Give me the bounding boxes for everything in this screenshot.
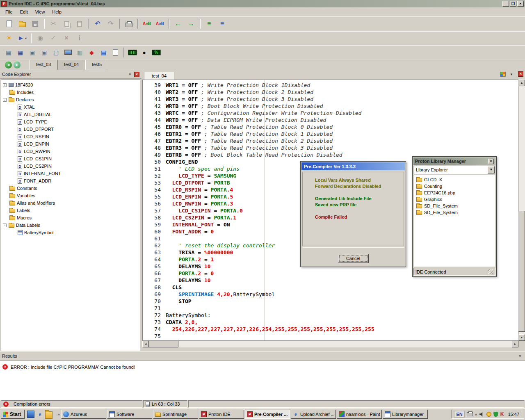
quick-launch-overflow-icon[interactable]: » — [57, 412, 61, 417]
cancel-button[interactable]: Cancel — [338, 254, 369, 263]
tray-collapse-icon[interactable]: « — [475, 412, 477, 417]
unindent-block-button[interactable]: ← — [172, 18, 184, 30]
tree-item-lcd-dtport[interactable]: DLCD_DTPORT — [1, 126, 140, 133]
show-desktop-icon[interactable] — [27, 411, 34, 418]
taskbar-button-proton-ide[interactable]: Proton IDE — [199, 410, 244, 419]
tree-item-variables[interactable]: Variables — [1, 192, 140, 199]
taskbar-button-azureus[interactable]: Azureus — [61, 410, 106, 419]
tree-item-alias-and-modifiers[interactable]: Alias and Modifiers — [1, 199, 140, 207]
menu-view[interactable]: View — [32, 8, 49, 16]
error-row[interactable]: ERROR : Include file C:\PIC PROGRAMMA' C… — [0, 361, 525, 373]
minimize-button[interactable]: _ — [502, 1, 509, 7]
back-button[interactable]: ◄ — [5, 62, 12, 68]
tree-item-lcd-enpin[interactable]: DLCD_ENPIN — [1, 140, 140, 148]
library-manager-titlebar[interactable]: Proton Library Manager × — [413, 158, 495, 165]
spider-button[interactable]: ● — [139, 47, 150, 57]
tree-item-constants[interactable]: Constants — [1, 185, 140, 192]
tree-item-labels[interactable]: Labels — [1, 207, 140, 214]
taskbar-button-naamloos-paint[interactable]: naamloos - Paint — [337, 410, 382, 419]
library-manager-close-icon[interactable]: × — [488, 159, 494, 164]
library-item-graphics[interactable]: Graphics — [414, 196, 495, 203]
library-item-sd-file-system[interactable]: SD_File_System — [414, 203, 495, 209]
tree-item-lcd-rwpin[interactable]: DLCD_RWPIN — [1, 148, 140, 155]
plugin-manager-button[interactable]: ▥ — [74, 47, 85, 57]
tree-item-declares[interactable]: -Declares — [1, 96, 140, 103]
start-button[interactable]: Start — [1, 410, 25, 419]
window-list-button[interactable]: ▣ — [27, 47, 38, 57]
library-item-sd-file-system[interactable]: SD_File_System — [414, 209, 495, 216]
antivirus-icon[interactable]: K — [500, 412, 504, 417]
scroll-left-icon[interactable]: ◄ — [142, 341, 149, 347]
ascii-table-button[interactable]: ▦ — [15, 47, 26, 57]
tree-item-internal-font[interactable]: DINTERNAL_FONT — [1, 170, 140, 177]
explorer-menu-chevron-icon[interactable]: ▾ — [127, 72, 133, 76]
tree-item-lcd-rspin[interactable]: DLCD_RSPIN — [1, 133, 140, 140]
editor-menu-chevron-icon[interactable]: ▾ — [508, 72, 514, 76]
editor-close-icon[interactable]: × — [518, 71, 523, 77]
manual-button[interactable]: ▤ — [98, 47, 109, 57]
document-tab-test-04[interactable]: test_04 — [57, 60, 85, 70]
tree-item-macros[interactable]: Macros — [1, 214, 140, 221]
document-tab-test-03[interactable]: test_03 — [30, 60, 57, 70]
restore-button[interactable]: ❐ — [510, 1, 516, 7]
tree-item-lcd-cs2pin[interactable]: DLCD_CS2PIN — [1, 162, 140, 170]
security-shield-icon[interactable] — [493, 412, 498, 417]
library-explorer-select[interactable]: Library Explorer ▼ — [414, 166, 495, 174]
menu-edit[interactable]: Edit — [16, 8, 32, 16]
volume-icon[interactable] — [479, 412, 484, 417]
tree-item-xtal[interactable]: DXTAL — [1, 103, 140, 111]
run-button[interactable]: ►▾ — [16, 32, 28, 44]
library-list[interactable]: GLCD_XCountingEEP24C16.pbpGraphicsSD_Fil… — [414, 175, 495, 267]
collapse-toggle-icon[interactable]: - — [3, 98, 7, 102]
tree-item-18f4520[interactable]: +18F4520 — [1, 81, 140, 89]
bootloader-button[interactable]: ◆ — [86, 47, 97, 57]
title-bar[interactable]: Proton IDE - C:\PIC programma's\test_04.… — [0, 0, 525, 7]
expand-toggle-icon[interactable]: + — [3, 83, 7, 87]
tree-item-lcd-cs1pin[interactable]: DLCD_CS1PIN — [1, 155, 140, 162]
view-listing-button[interactable]: ≡ — [203, 18, 215, 30]
new-window-button[interactable]: ▢ — [50, 47, 62, 57]
keypad-button[interactable]: ▦ — [3, 47, 14, 57]
open-file-button[interactable] — [16, 18, 28, 30]
compile-button[interactable] — [141, 18, 153, 30]
tree-item-font-addr[interactable]: DFONT_ADDR — [1, 177, 140, 185]
library-item-counting[interactable]: Counting — [414, 183, 495, 189]
taskbar-button-pre-compiler[interactable]: Pre-Compiler ... — [245, 410, 290, 419]
datasheet-button[interactable] — [110, 47, 121, 57]
code-explorer-tree[interactable]: +18F4520Includes-DeclaresDXTALDALL_DIGIT… — [1, 80, 140, 351]
undo-button[interactable]: ↶ — [91, 18, 104, 30]
internet-explorer-icon[interactable]: e — [36, 411, 43, 418]
scroll-down-icon[interactable]: ▼ — [518, 334, 525, 341]
tree-item-data-labels[interactable]: -Data Labels — [1, 221, 140, 229]
run-dropdown-icon[interactable]: ▾ — [25, 37, 27, 40]
combo-dropdown-icon[interactable]: ▼ — [488, 166, 495, 173]
taskbar-button-sprintimage[interactable]: SprintImage — [153, 410, 198, 419]
menu-file[interactable]: File — [2, 8, 16, 16]
wizard-button[interactable]: ☀ — [3, 32, 15, 44]
tree-item-all-digital[interactable]: DALL_DIGITAL — [1, 111, 140, 118]
scroll-right-icon[interactable]: ► — [512, 341, 518, 347]
close-button[interactable]: × — [517, 1, 524, 7]
update-icon[interactable] — [486, 412, 491, 417]
library-item-glcd-x[interactable]: GLCD_X — [414, 176, 495, 183]
indent-block-button[interactable]: → — [185, 18, 197, 30]
forward-button[interactable]: ► — [14, 62, 21, 68]
printer-tray-icon[interactable] — [467, 412, 473, 416]
tree-item-lcd-type[interactable]: DLCD_TYPE — [1, 118, 140, 126]
scroll-up-icon[interactable]: ▲ — [518, 80, 525, 86]
editor-vertical-scrollbar[interactable]: ▲ ▼ — [518, 80, 525, 341]
compile-and-program-button[interactable] — [154, 18, 166, 30]
explorer-close-icon[interactable]: × — [134, 72, 139, 77]
tree-item-batterysymbol[interactable]: BatterySymbol — [1, 229, 140, 236]
horizontal-scroll-thumb[interactable] — [149, 341, 178, 347]
language-indicator[interactable]: EN — [454, 411, 464, 418]
taskbar-button-software[interactable]: Software — [107, 410, 152, 419]
resize-grip[interactable] — [488, 269, 493, 274]
menu-help[interactable]: Help — [48, 8, 65, 16]
precompiler-dialog-titlebar[interactable]: Pre-Compiler Ver 1.3.3.3 — [301, 162, 405, 170]
view-assembler-button[interactable]: ≡ — [216, 18, 228, 30]
editor-layout-icon[interactable] — [500, 72, 506, 77]
results-menu-chevron-icon[interactable]: ▾ — [517, 354, 523, 358]
tree-item-includes[interactable]: Includes — [1, 89, 140, 96]
new-file-button[interactable] — [3, 18, 15, 30]
